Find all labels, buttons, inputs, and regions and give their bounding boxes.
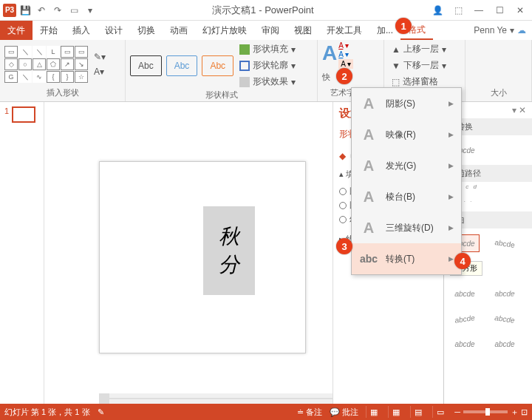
quick-access-toolbar: P3 💾 ↶ ↷ ▭ ▾ [3,3,98,18]
bring-forward-button[interactable]: ▲ 上移一层 ▾ [389,41,449,57]
view-reading-icon[interactable]: ▤ [410,406,425,418]
tab-design[interactable]: 设计 [98,21,130,40]
text-fill-button[interactable]: A ▾ [338,41,353,50]
label: 下移一层 [403,59,439,72]
text-box[interactable]: 秋 分 [203,206,255,295]
slide[interactable]: 秋 分 [99,161,306,353]
tab-home[interactable]: 开始 [33,21,65,40]
label: 阴影(S) [386,98,415,110]
transform-warp-8[interactable]: abcde [490,335,519,353]
group-label: 插入形状 [4,87,120,100]
slide-counter: 幻灯片 第 1 张，共 1 张 [4,407,90,418]
app-icon: P3 [3,4,16,17]
view-sorter-icon[interactable]: ▦ [388,406,403,418]
text-box-button[interactable]: A▾ [91,65,109,78]
bevel-icon: A [359,187,378,206]
mi-transform[interactable]: abc转换(T)▶ [352,243,461,274]
marker-2: 2 [336,68,352,84]
transform-warp-3[interactable]: abcde [449,286,482,303]
transform-icon: abc [359,249,378,268]
tab-developer[interactable]: 开发工具 [319,21,369,40]
label: 转换(T) [386,253,415,265]
text-effects-button[interactable]: A ▾ [338,59,353,69]
thumb-number: 1 [4,106,9,123]
label: 发光(G) [386,160,416,172]
label: 三维旋转(D) [386,222,434,234]
transform-warp-4[interactable]: abcde [488,284,522,301]
mi-3d-rotation[interactable]: A三维旋转(D)▶ [352,212,461,243]
style-preset[interactable]: Abc [130,55,162,76]
save-icon[interactable]: 💾 [18,3,33,18]
scroll-left-icon[interactable] [99,393,109,404]
shape-outline-button[interactable]: 形状轮廓 ▾ [236,58,299,73]
marker-4: 4 [454,253,471,269]
mi-shadow[interactable]: A阴影(S)▶ [352,88,461,119]
maximize-button[interactable]: ☐ [491,3,508,18]
shadow-icon: A [359,94,378,113]
marker-1: 1 [395,18,412,34]
group-size: 大小 [466,40,532,101]
mi-reflection[interactable]: A映像(R)▶ [352,119,461,150]
spellcheck-icon[interactable]: ✎ [98,407,104,417]
wordart-quick-style-icon[interactable]: A [322,41,337,69]
notes-button[interactable]: ≐ 备注 [297,407,322,418]
user-name-label: Penn Ye [474,25,507,35]
slide-thumb-1[interactable] [12,106,35,123]
status-bar: 幻灯片 第 1 张，共 1 张 ✎ ≐ 备注 💬 批注 ▦ ▦ ▤ ▭ ─＋ ⊡ [0,404,532,420]
view-slideshow-icon[interactable]: ▭ [432,406,447,418]
quick-label: 快 [322,72,330,83]
tab-insert[interactable]: 插入 [65,21,98,40]
label: 形状效果 [253,75,288,88]
ribbon-options-icon[interactable]: ⬚ [449,3,467,18]
undo-icon[interactable]: ↶ [34,3,49,18]
transform-warp-7[interactable]: abcde [450,335,480,353]
label: 选择窗格 [403,75,438,88]
rotation-icon: A [359,218,378,237]
title-bar: P3 💾 ↶ ↷ ▭ ▾ 演示文稿1 - PowerPoint 👤 ⬚ — ☐ … [0,0,532,21]
group-shape-styles: Abc Abc Abc 形状填充 ▾ 形状轮廓 ▾ 形状效果 ▾ 形状样式 [126,40,318,101]
shape-fill-button[interactable]: 形状填充 ▾ [236,41,299,57]
redo-icon[interactable]: ↷ [50,3,65,18]
user-name[interactable]: Penn Ye ▾ ☁ [468,21,532,40]
text-outline-button[interactable]: A ▾ [338,50,353,58]
tab-view[interactable]: 视图 [287,21,319,40]
window-controls: 👤 ⬚ — ☐ ✕ [429,3,529,18]
send-backward-button[interactable]: ▼ 下移一层 ▾ [389,58,449,73]
label: 形状填充 [253,43,288,55]
mi-bevel[interactable]: A棱台(B)▶ [352,181,461,212]
style-preset[interactable]: Abc [166,55,198,76]
account-icon[interactable]: 👤 [429,3,446,18]
zoom-slider[interactable] [463,410,508,413]
tab-review[interactable]: 审阅 [254,21,287,40]
fill-tab-icon[interactable]: ◆ [339,151,346,161]
group-label: 大小 [470,87,527,100]
qat-more-icon[interactable]: ▾ [83,3,98,18]
label: 形状轮廓 [253,59,288,72]
transform-warp-2[interactable]: abcde [490,232,519,254]
tab-transitions[interactable]: 切换 [130,21,163,40]
shape-effects-button[interactable]: 形状效果 ▾ [236,74,299,89]
transform-warp-6[interactable]: abcde [489,308,521,329]
close-button[interactable]: ✕ [511,3,529,18]
shapes-gallery[interactable]: ▭＼＼L▭▭ ◇○△⬠↗↘ G＼∿{}☆ [4,46,88,83]
shape-style-gallery[interactable]: Abc Abc Abc [130,55,233,76]
comments-button[interactable]: 💬 批注 [330,407,358,418]
window-title: 演示文稿1 - PowerPoint [98,4,429,17]
mi-glow[interactable]: A发光(G)▶ [352,150,461,181]
zoom-controls[interactable]: ─＋ ⊡ [454,407,528,418]
group-insert-shapes: ▭＼＼L▭▭ ◇○△⬠↗↘ G＼∿{}☆ ✎▾ A▾ 插入形状 [0,40,126,101]
view-normal-icon[interactable]: ▦ [366,406,381,418]
tab-animations[interactable]: 动画 [163,21,195,40]
minimize-button[interactable]: — [470,3,488,18]
marker-3: 3 [336,238,352,254]
tab-file[interactable]: 文件 [0,21,33,40]
text-effects-menu: A阴影(S)▶ A映像(R)▶ A发光(G)▶ A棱台(B)▶ A三维旋转(D)… [351,87,462,275]
tab-slideshow[interactable]: 幻灯片放映 [195,21,254,40]
transform-warp-5[interactable]: abcde [449,308,481,329]
style-preset[interactable]: Abc [202,55,233,76]
start-from-beginning-icon[interactable]: ▭ [66,3,81,18]
reflection-icon: A [359,125,378,144]
text-char-2: 分 [219,251,239,279]
edit-shape-button[interactable]: ✎▾ [91,50,109,64]
label: 棱台(B) [386,191,415,203]
